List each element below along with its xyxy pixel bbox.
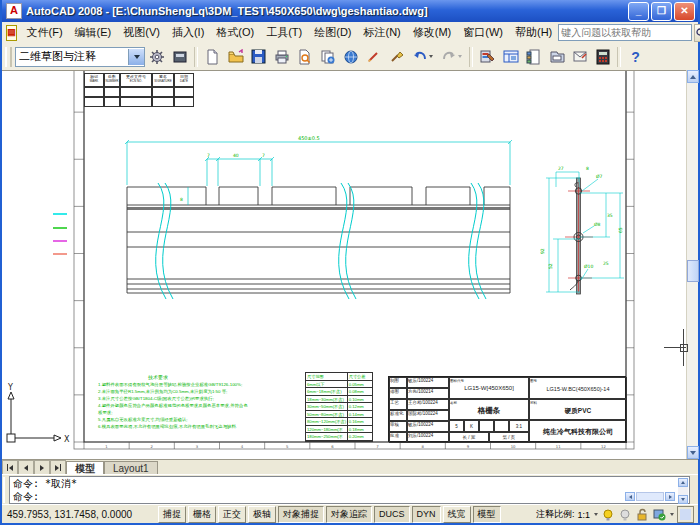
- menu-format[interactable]: 格式(O): [210, 23, 260, 42]
- tab-next-button[interactable]: [34, 460, 50, 475]
- markup-icon: [572, 49, 588, 64]
- window-title: AutoCAD 2008 - [E:\ChunShengLq\3DM_TEST\…: [26, 5, 628, 17]
- menu-file[interactable]: 文件(F): [21, 23, 69, 42]
- menu-dimension[interactable]: 标注(N): [358, 23, 407, 42]
- help-button[interactable]: ?: [624, 45, 647, 69]
- dim-tab-height: 8: [180, 197, 183, 202]
- command-scroll-down-icon[interactable]: [678, 495, 688, 504]
- clean-screen-button[interactable]: [677, 506, 694, 523]
- command-vscroll[interactable]: [678, 478, 688, 504]
- designcenter-button[interactable]: [499, 45, 522, 69]
- material-value: 硬质PVC: [530, 407, 626, 416]
- toggle-ortho[interactable]: 正交: [218, 506, 246, 523]
- menu-view[interactable]: 视图(V): [117, 23, 166, 42]
- status-menu-dropdown-icon[interactable]: [670, 513, 674, 516]
- menu-draw[interactable]: 绘图(D): [308, 23, 357, 42]
- save-button[interactable]: [247, 45, 270, 69]
- open-file-button[interactable]: [224, 45, 247, 69]
- svg-text:12: 12: [601, 444, 606, 449]
- command-scroll-left-icon[interactable]: [625, 492, 635, 501]
- printer-icon: [274, 49, 290, 64]
- toggle-grid[interactable]: 栅格: [188, 506, 216, 523]
- publish-button[interactable]: [316, 45, 339, 69]
- tab-layout1[interactable]: Layout1: [104, 461, 158, 475]
- menu-help[interactable]: 帮助(H): [509, 23, 558, 42]
- close-button[interactable]: ✕: [674, 2, 695, 21]
- ucs-x-label: X: [64, 435, 70, 444]
- annotation-autoscale-icon[interactable]: [618, 508, 632, 522]
- layer-color-lines: [53, 214, 67, 254]
- tab-first-button[interactable]: [2, 460, 18, 475]
- annotation-scale-dropdown-icon[interactable]: [594, 513, 598, 516]
- vertical-scrollbar[interactable]: [686, 70, 698, 459]
- redo-button[interactable]: [437, 45, 466, 69]
- pickbox: [680, 344, 688, 352]
- 3d-dwf-button[interactable]: [339, 45, 362, 69]
- detail-dim-65: 65: [618, 227, 623, 233]
- annotation-visibility-icon[interactable]: [601, 508, 615, 522]
- plot-button[interactable]: [270, 45, 293, 69]
- new-file-icon: [205, 49, 220, 65]
- tab-model[interactable]: 模型: [66, 461, 104, 475]
- command-hscroll[interactable]: [625, 492, 675, 501]
- tool-palettes-button[interactable]: [522, 45, 545, 69]
- toggle-osnap[interactable]: 对象捕捉: [278, 506, 324, 523]
- menu-insert[interactable]: 插入(I): [166, 23, 210, 42]
- tab-last-button[interactable]: [50, 460, 66, 475]
- annotation-scale-label: 注释比例:: [536, 508, 575, 521]
- toggle-ducs[interactable]: DUCS: [374, 506, 410, 523]
- toggle-polar[interactable]: 极轴: [248, 506, 276, 523]
- toggle-otrack[interactable]: 对象追踪: [326, 506, 372, 523]
- command-prompt-line[interactable]: 命令:: [10, 490, 689, 503]
- markupset-manager-button[interactable]: [568, 45, 591, 69]
- command-scroll-right-icon[interactable]: [665, 492, 675, 501]
- tab-prev-button[interactable]: [18, 460, 34, 475]
- coordinate-readout[interactable]: 459.7953, 131.7458, 0.0000: [2, 509, 157, 520]
- properties-button[interactable]: [476, 45, 499, 69]
- scroll-up-button[interactable]: [687, 70, 699, 83]
- combobox-dropdown-icon[interactable]: [128, 49, 144, 65]
- standard-toolbar: 二维草图与注释 ?: [2, 43, 698, 71]
- menu-modify[interactable]: 修改(M): [407, 23, 458, 42]
- annotation-scale-value[interactable]: 1:1: [577, 510, 590, 520]
- toggle-lineweight[interactable]: 线宽: [443, 506, 471, 523]
- workspace-combobox[interactable]: 二维草图与注释: [15, 47, 145, 67]
- help-search-input[interactable]: [558, 24, 692, 41]
- model-code: LG15-W[450X650]: [450, 385, 528, 391]
- new-file-button[interactable]: [201, 45, 224, 69]
- status-info-icon[interactable]: [652, 508, 666, 522]
- toolbar-grip[interactable]: [5, 47, 12, 67]
- menu-bar: ▤ 文件(F) 编辑(E) 视图(V) 插入(I) 格式(O) 工具(T) 绘图…: [2, 22, 698, 44]
- toggle-dyn[interactable]: DYN: [412, 506, 441, 523]
- redline-button[interactable]: [362, 45, 385, 69]
- search-icon[interactable]: [694, 24, 700, 42]
- match-properties-button[interactable]: [385, 45, 408, 69]
- toggle-model[interactable]: 模型: [473, 506, 501, 523]
- svg-text:11: 11: [556, 444, 561, 449]
- scrollbar-thumb[interactable]: [687, 260, 699, 282]
- command-scroll-up-icon[interactable]: [678, 478, 688, 487]
- revision-table: 标记MARK 处数NUMBER 更改文件号ECN NO. 签名SIGNATURE…: [84, 73, 194, 107]
- autocad-logo-icon: A: [6, 3, 22, 19]
- command-text-area[interactable]: 命令: *取消* 命令:: [9, 476, 690, 504]
- ucs-y-label: Y: [7, 383, 13, 392]
- notes-title: 技术要求: [98, 374, 218, 381]
- ucs-icon: Y X: [7, 383, 70, 444]
- workspace-settings-button[interactable]: [145, 45, 168, 69]
- dim-slot-right: 7: [262, 153, 265, 158]
- sheetset-manager-button[interactable]: [545, 45, 568, 69]
- menu-window[interactable]: 窗口(W): [457, 23, 509, 42]
- plot-preview-button[interactable]: [293, 45, 316, 69]
- quickcalc-button[interactable]: [591, 45, 614, 69]
- restore-button[interactable]: ❐: [651, 2, 672, 21]
- toolbar-lock-icon[interactable]: [635, 508, 649, 522]
- menu-tools[interactable]: 工具(T): [260, 23, 308, 42]
- minimize-button[interactable]: _: [628, 2, 649, 21]
- drawing-canvas[interactable]: 123456789101112 123456789101112: [2, 70, 686, 460]
- toggle-snap[interactable]: 捕捉: [158, 506, 186, 523]
- undo-button[interactable]: [408, 45, 437, 69]
- menu-edit[interactable]: 编辑(E): [69, 23, 118, 42]
- scroll-down-button[interactable]: [687, 446, 699, 459]
- my-workspace-button[interactable]: [168, 45, 191, 69]
- sheetset-icon: [549, 49, 565, 64]
